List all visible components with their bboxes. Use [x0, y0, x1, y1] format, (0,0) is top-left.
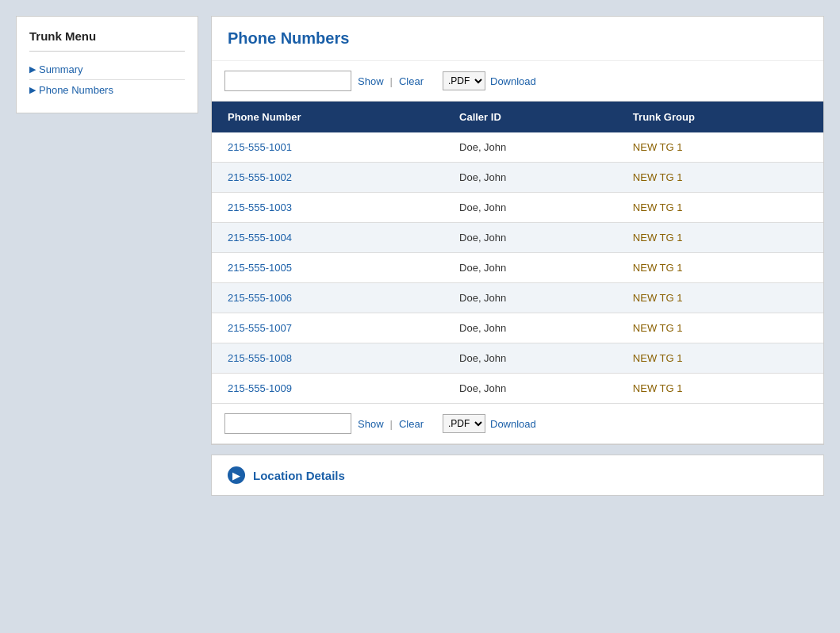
trunk-group-link[interactable]: NEW TG 1 — [633, 232, 683, 244]
cell-phone-number: 215-555-1008 — [212, 343, 443, 374]
table-header: Phone Number Caller ID Trunk Group — [212, 102, 823, 132]
phone-number-link[interactable]: 215-555-1002 — [228, 171, 292, 183]
top-toolbar: Show | Clear .PDF Download — [212, 61, 823, 102]
cell-caller-id: Doe, John — [443, 313, 617, 343]
trunk-group-link[interactable]: NEW TG 1 — [633, 322, 683, 334]
top-clear-button[interactable]: Clear — [399, 75, 424, 87]
location-details-card[interactable]: ▶ Location Details — [211, 455, 824, 496]
phone-numbers-arrow-icon: ▶ — [29, 85, 36, 95]
phone-number-link[interactable]: 215-555-1008 — [228, 352, 292, 364]
cell-trunk-group: NEW TG 1 — [617, 374, 823, 404]
table-row: 215-555-1003Doe, JohnNEW TG 1 — [212, 193, 823, 223]
top-pdf-select[interactable]: .PDF — [443, 71, 485, 90]
cell-phone-number: 215-555-1007 — [212, 313, 443, 343]
cell-caller-id: Doe, John — [443, 253, 617, 283]
location-arrow-icon: ▶ — [232, 470, 240, 481]
phone-number-link[interactable]: 215-555-1006 — [228, 292, 292, 304]
card-header: Phone Numbers — [212, 17, 823, 61]
cell-phone-number: 215-555-1005 — [212, 253, 443, 283]
trunk-group-link[interactable]: NEW TG 1 — [633, 141, 683, 153]
table-row: 215-555-1009Doe, JohnNEW TG 1 — [212, 374, 823, 404]
bottom-pdf-group: .PDF Download — [443, 414, 536, 433]
cell-caller-id: Doe, John — [443, 283, 617, 313]
cell-trunk-group: NEW TG 1 — [617, 223, 823, 253]
table-body: 215-555-1001Doe, JohnNEW TG 1215-555-100… — [212, 132, 823, 404]
sidebar-item-phone-numbers-label: Phone Numbers — [39, 84, 113, 96]
bottom-sep: | — [390, 418, 393, 430]
sidebar-title: Trunk Menu — [29, 29, 185, 52]
table-header-row: Phone Number Caller ID Trunk Group — [212, 102, 823, 132]
phone-number-link[interactable]: 215-555-1005 — [228, 262, 292, 274]
cell-phone-number: 215-555-1002 — [212, 163, 443, 193]
cell-trunk-group: NEW TG 1 — [617, 163, 823, 193]
cell-trunk-group: NEW TG 1 — [617, 253, 823, 283]
bottom-pdf-select[interactable]: .PDF — [443, 414, 485, 433]
cell-phone-number: 215-555-1001 — [212, 132, 443, 163]
table-row: 215-555-1005Doe, JohnNEW TG 1 — [212, 253, 823, 283]
phone-numbers-card: Phone Numbers Show | Clear .PDF Download — [211, 16, 824, 445]
col-caller-id: Caller ID — [443, 102, 617, 132]
bottom-download-button[interactable]: Download — [490, 418, 536, 430]
table-row: 215-555-1007Doe, JohnNEW TG 1 — [212, 313, 823, 343]
trunk-group-link[interactable]: NEW TG 1 — [633, 382, 683, 394]
sidebar-item-summary[interactable]: ▶ Summary — [29, 59, 185, 80]
cell-phone-number: 215-555-1003 — [212, 193, 443, 223]
cell-trunk-group: NEW TG 1 — [617, 283, 823, 313]
col-phone-number: Phone Number — [212, 102, 443, 132]
table-row: 215-555-1001Doe, JohnNEW TG 1 — [212, 132, 823, 163]
cell-caller-id: Doe, John — [443, 163, 617, 193]
page-title: Phone Numbers — [228, 29, 349, 47]
trunk-group-link[interactable]: NEW TG 1 — [633, 201, 683, 213]
table-row: 215-555-1008Doe, JohnNEW TG 1 — [212, 343, 823, 374]
table-row: 215-555-1004Doe, JohnNEW TG 1 — [212, 223, 823, 253]
top-show-button[interactable]: Show — [358, 75, 384, 87]
trunk-group-link[interactable]: NEW TG 1 — [633, 352, 683, 364]
cell-trunk-group: NEW TG 1 — [617, 132, 823, 163]
sidebar-item-summary-label: Summary — [39, 63, 83, 75]
cell-phone-number: 215-555-1006 — [212, 283, 443, 313]
cell-phone-number: 215-555-1009 — [212, 374, 443, 404]
cell-caller-id: Doe, John — [443, 374, 617, 404]
bottom-search-input[interactable] — [224, 413, 351, 434]
col-trunk-group: Trunk Group — [617, 102, 823, 132]
trunk-group-link[interactable]: NEW TG 1 — [633, 171, 683, 183]
location-details-title[interactable]: Location Details — [253, 469, 345, 482]
cell-caller-id: Doe, John — [443, 223, 617, 253]
cell-trunk-group: NEW TG 1 — [617, 343, 823, 374]
cell-caller-id: Doe, John — [443, 343, 617, 374]
phone-number-link[interactable]: 215-555-1007 — [228, 322, 292, 334]
cell-caller-id: Doe, John — [443, 193, 617, 223]
bottom-clear-button[interactable]: Clear — [399, 418, 424, 430]
phone-number-link[interactable]: 215-555-1003 — [228, 201, 292, 213]
location-icon: ▶ — [228, 466, 245, 484]
phone-number-link[interactable]: 215-555-1004 — [228, 232, 292, 244]
phone-number-link[interactable]: 215-555-1001 — [228, 141, 292, 153]
phone-numbers-table: Phone Number Caller ID Trunk Group 215-5… — [212, 102, 823, 404]
table-row: 215-555-1002Doe, JohnNEW TG 1 — [212, 163, 823, 193]
phone-number-link[interactable]: 215-555-1009 — [228, 382, 292, 394]
cell-caller-id: Doe, John — [443, 132, 617, 163]
top-sep: | — [390, 75, 393, 87]
top-download-button[interactable]: Download — [490, 75, 536, 87]
bottom-show-button[interactable]: Show — [358, 418, 384, 430]
cell-phone-number: 215-555-1004 — [212, 223, 443, 253]
main-content: Phone Numbers Show | Clear .PDF Download — [211, 16, 824, 617]
summary-arrow-icon: ▶ — [29, 64, 36, 75]
bottom-toolbar: Show | Clear .PDF Download — [212, 404, 823, 444]
top-search-input[interactable] — [224, 71, 351, 91]
cell-trunk-group: NEW TG 1 — [617, 193, 823, 223]
trunk-group-link[interactable]: NEW TG 1 — [633, 262, 683, 274]
table-row: 215-555-1006Doe, JohnNEW TG 1 — [212, 283, 823, 313]
cell-trunk-group: NEW TG 1 — [617, 313, 823, 343]
sidebar: Trunk Menu ▶ Summary ▶ Phone Numbers — [16, 16, 198, 113]
trunk-group-link[interactable]: NEW TG 1 — [633, 292, 683, 304]
top-pdf-group: .PDF Download — [443, 71, 536, 90]
sidebar-item-phone-numbers[interactable]: ▶ Phone Numbers — [29, 80, 185, 100]
